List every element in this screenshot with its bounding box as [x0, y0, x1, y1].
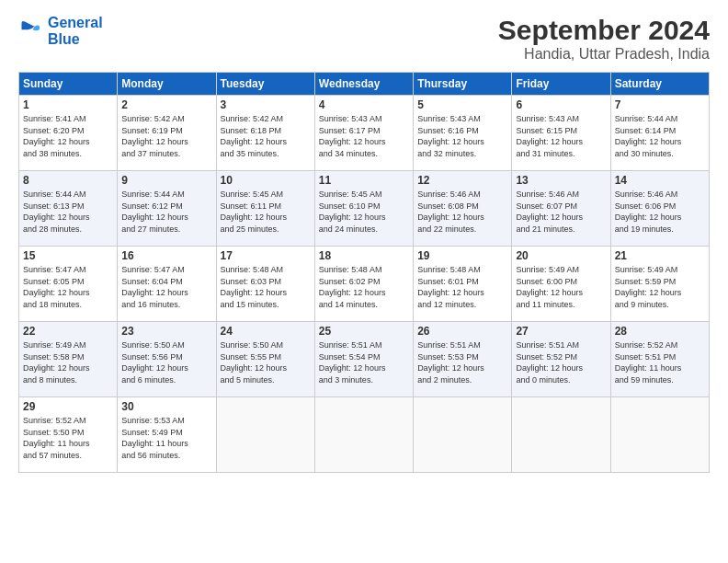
calendar-header-row: SundayMondayTuesdayWednesdayThursdayFrid…	[19, 73, 710, 96]
calendar-week-row: 1Sunrise: 5:41 AM Sunset: 6:20 PM Daylig…	[19, 96, 710, 171]
calendar-body: 1Sunrise: 5:41 AM Sunset: 6:20 PM Daylig…	[19, 96, 710, 473]
day-number: 28	[615, 325, 705, 338]
page: General Blue September 2024 Handia, Utta…	[0, 0, 728, 563]
day-number: 4	[319, 98, 409, 111]
day-info: Sunrise: 5:42 AM Sunset: 6:19 PM Dayligh…	[121, 113, 211, 159]
day-number: 8	[23, 174, 113, 187]
calendar-week-row: 8Sunrise: 5:44 AM Sunset: 6:13 PM Daylig…	[19, 171, 710, 247]
day-info: Sunrise: 5:49 AM Sunset: 6:00 PM Dayligh…	[516, 264, 606, 310]
calendar-day-cell: 6Sunrise: 5:43 AM Sunset: 6:15 PM Daylig…	[512, 96, 610, 171]
title-area: September 2024 Handia, Uttar Pradesh, In…	[498, 15, 710, 63]
calendar-day-cell: 1Sunrise: 5:41 AM Sunset: 6:20 PM Daylig…	[19, 96, 118, 171]
calendar-day-cell: 8Sunrise: 5:44 AM Sunset: 6:13 PM Daylig…	[19, 171, 118, 247]
day-info: Sunrise: 5:47 AM Sunset: 6:05 PM Dayligh…	[23, 264, 113, 310]
day-number: 14	[615, 174, 705, 187]
day-info: Sunrise: 5:41 AM Sunset: 6:20 PM Dayligh…	[23, 113, 113, 159]
day-info: Sunrise: 5:45 AM Sunset: 6:11 PM Dayligh…	[221, 189, 311, 235]
calendar-day-cell: 10Sunrise: 5:45 AM Sunset: 6:11 PM Dayli…	[216, 171, 314, 247]
day-number: 5	[417, 98, 507, 111]
calendar-week-row: 22Sunrise: 5:49 AM Sunset: 5:58 PM Dayli…	[19, 322, 710, 397]
calendar-day-cell	[314, 397, 413, 473]
calendar-day-cell: 17Sunrise: 5:48 AM Sunset: 6:03 PM Dayli…	[216, 247, 314, 322]
day-info: Sunrise: 5:42 AM Sunset: 6:18 PM Dayligh…	[221, 113, 311, 159]
calendar-header-cell: Wednesday	[314, 73, 413, 96]
day-number: 9	[121, 174, 211, 187]
page-title: September 2024	[498, 15, 710, 46]
calendar-day-cell: 2Sunrise: 5:42 AM Sunset: 6:19 PM Daylig…	[118, 96, 216, 171]
calendar-day-cell: 28Sunrise: 5:52 AM Sunset: 5:51 PM Dayli…	[610, 322, 709, 397]
day-info: Sunrise: 5:51 AM Sunset: 5:53 PM Dayligh…	[417, 339, 507, 385]
day-info: Sunrise: 5:50 AM Sunset: 5:55 PM Dayligh…	[221, 339, 311, 385]
calendar-day-cell: 9Sunrise: 5:44 AM Sunset: 6:12 PM Daylig…	[118, 171, 216, 247]
day-info: Sunrise: 5:46 AM Sunset: 6:06 PM Dayligh…	[615, 189, 705, 235]
day-info: Sunrise: 5:43 AM Sunset: 6:17 PM Dayligh…	[319, 113, 409, 159]
day-number: 18	[319, 249, 409, 262]
calendar-header-cell: Sunday	[19, 73, 118, 96]
calendar-day-cell: 11Sunrise: 5:45 AM Sunset: 6:10 PM Dayli…	[314, 171, 413, 247]
calendar-day-cell: 18Sunrise: 5:48 AM Sunset: 6:02 PM Dayli…	[314, 247, 413, 322]
day-number: 7	[615, 98, 705, 111]
day-number: 25	[319, 325, 409, 338]
calendar-header-cell: Saturday	[610, 73, 709, 96]
calendar-day-cell: 23Sunrise: 5:50 AM Sunset: 5:56 PM Dayli…	[118, 322, 216, 397]
logo-text: General Blue	[48, 15, 103, 48]
day-info: Sunrise: 5:47 AM Sunset: 6:04 PM Dayligh…	[121, 264, 211, 310]
calendar-day-cell: 26Sunrise: 5:51 AM Sunset: 5:53 PM Dayli…	[414, 322, 512, 397]
day-number: 11	[319, 174, 409, 187]
calendar-day-cell: 25Sunrise: 5:51 AM Sunset: 5:54 PM Dayli…	[314, 322, 413, 397]
day-info: Sunrise: 5:48 AM Sunset: 6:01 PM Dayligh…	[417, 264, 507, 310]
calendar-week-row: 15Sunrise: 5:47 AM Sunset: 6:05 PM Dayli…	[19, 247, 710, 322]
day-info: Sunrise: 5:52 AM Sunset: 5:50 PM Dayligh…	[23, 415, 113, 461]
calendar-day-cell	[216, 397, 314, 473]
day-number: 27	[516, 325, 606, 338]
day-number: 21	[615, 249, 705, 262]
calendar-day-cell: 7Sunrise: 5:44 AM Sunset: 6:14 PM Daylig…	[610, 96, 709, 171]
day-info: Sunrise: 5:49 AM Sunset: 5:59 PM Dayligh…	[615, 264, 705, 310]
calendar-header-cell: Friday	[512, 73, 610, 96]
calendar-day-cell: 20Sunrise: 5:49 AM Sunset: 6:00 PM Dayli…	[512, 247, 610, 322]
day-info: Sunrise: 5:48 AM Sunset: 6:02 PM Dayligh…	[319, 264, 409, 310]
day-number: 23	[121, 325, 211, 338]
day-number: 1	[23, 98, 113, 111]
day-info: Sunrise: 5:52 AM Sunset: 5:51 PM Dayligh…	[615, 339, 705, 385]
day-info: Sunrise: 5:45 AM Sunset: 6:10 PM Dayligh…	[319, 189, 409, 235]
day-info: Sunrise: 5:43 AM Sunset: 6:15 PM Dayligh…	[516, 113, 606, 159]
day-number: 22	[23, 325, 113, 338]
calendar-header-cell: Thursday	[414, 73, 512, 96]
calendar-day-cell: 4Sunrise: 5:43 AM Sunset: 6:17 PM Daylig…	[314, 96, 413, 171]
day-info: Sunrise: 5:51 AM Sunset: 5:54 PM Dayligh…	[319, 339, 409, 385]
day-number: 2	[121, 98, 211, 111]
day-info: Sunrise: 5:53 AM Sunset: 5:49 PM Dayligh…	[121, 415, 211, 461]
day-info: Sunrise: 5:50 AM Sunset: 5:56 PM Dayligh…	[121, 339, 211, 385]
calendar-day-cell: 14Sunrise: 5:46 AM Sunset: 6:06 PM Dayli…	[610, 171, 709, 247]
calendar-day-cell: 29Sunrise: 5:52 AM Sunset: 5:50 PM Dayli…	[19, 397, 118, 473]
logo-icon	[18, 18, 44, 44]
day-number: 13	[516, 174, 606, 187]
calendar-day-cell: 5Sunrise: 5:43 AM Sunset: 6:16 PM Daylig…	[414, 96, 512, 171]
calendar-day-cell: 19Sunrise: 5:48 AM Sunset: 6:01 PM Dayli…	[414, 247, 512, 322]
day-number: 6	[516, 98, 606, 111]
header: General Blue September 2024 Handia, Utta…	[18, 15, 710, 63]
calendar-day-cell: 24Sunrise: 5:50 AM Sunset: 5:55 PM Dayli…	[216, 322, 314, 397]
day-info: Sunrise: 5:44 AM Sunset: 6:12 PM Dayligh…	[121, 189, 211, 235]
day-info: Sunrise: 5:44 AM Sunset: 6:13 PM Dayligh…	[23, 189, 113, 235]
calendar-day-cell	[414, 397, 512, 473]
day-info: Sunrise: 5:48 AM Sunset: 6:03 PM Dayligh…	[221, 264, 311, 310]
calendar-day-cell	[610, 397, 709, 473]
day-info: Sunrise: 5:46 AM Sunset: 6:08 PM Dayligh…	[417, 189, 507, 235]
calendar-day-cell: 3Sunrise: 5:42 AM Sunset: 6:18 PM Daylig…	[216, 96, 314, 171]
day-number: 30	[121, 400, 211, 413]
logo: General Blue	[18, 15, 103, 48]
day-number: 16	[121, 249, 211, 262]
day-info: Sunrise: 5:49 AM Sunset: 5:58 PM Dayligh…	[23, 339, 113, 385]
calendar-header-cell: Monday	[118, 73, 216, 96]
day-info: Sunrise: 5:46 AM Sunset: 6:07 PM Dayligh…	[516, 189, 606, 235]
page-subtitle: Handia, Uttar Pradesh, India	[498, 46, 710, 63]
calendar-day-cell: 13Sunrise: 5:46 AM Sunset: 6:07 PM Dayli…	[512, 171, 610, 247]
calendar-day-cell: 12Sunrise: 5:46 AM Sunset: 6:08 PM Dayli…	[414, 171, 512, 247]
calendar-day-cell: 30Sunrise: 5:53 AM Sunset: 5:49 PM Dayli…	[118, 397, 216, 473]
day-info: Sunrise: 5:43 AM Sunset: 6:16 PM Dayligh…	[417, 113, 507, 159]
day-number: 20	[516, 249, 606, 262]
calendar-table: SundayMondayTuesdayWednesdayThursdayFrid…	[18, 72, 710, 473]
calendar-day-cell: 15Sunrise: 5:47 AM Sunset: 6:05 PM Dayli…	[19, 247, 118, 322]
